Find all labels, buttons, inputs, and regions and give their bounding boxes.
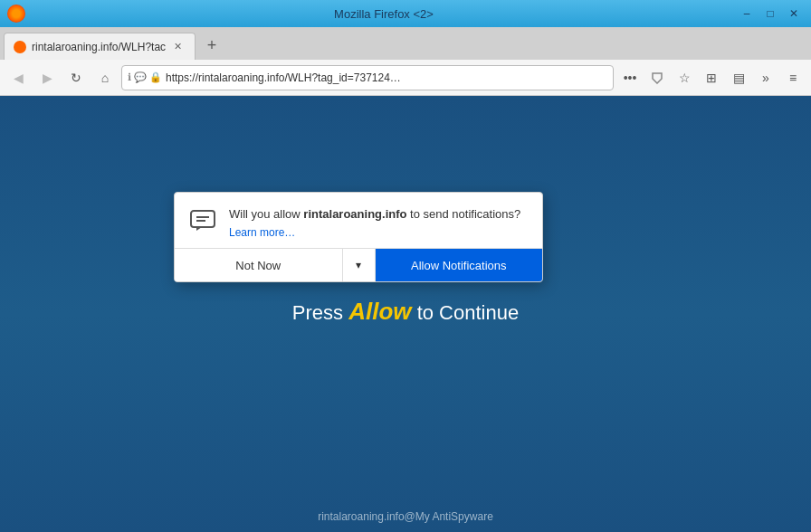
not-now-button[interactable]: Not Now <box>175 249 343 281</box>
refresh-button[interactable]: ↻ <box>63 65 89 90</box>
not-now-dropdown-button[interactable]: ▾ <box>343 249 376 281</box>
page-content: Will you allow rintalaroaning.info to se… <box>0 96 811 532</box>
popup-buttons: Not Now ▾ Allow Notifications <box>175 248 542 281</box>
page-footer: rintalaroaning.info@My AntiSpyware <box>318 510 493 523</box>
notification-chat-icon <box>189 207 218 236</box>
allow-word: Allow <box>348 298 411 325</box>
tabbar: rintalaroaning.info/WLH?tac ✕ + <box>0 27 811 60</box>
library-button[interactable]: ⊞ <box>699 65 724 90</box>
popup-message-suffix: to send notifications? <box>406 207 520 221</box>
home-button[interactable]: ⌂ <box>92 65 118 90</box>
tab-close-button[interactable]: ✕ <box>169 39 186 55</box>
popup-message-prefix: Will you allow <box>229 207 303 221</box>
new-tab-button[interactable]: + <box>199 33 224 58</box>
popup-text: Will you allow rintalaroaning.info to se… <box>229 205 528 239</box>
tab-favicon-icon <box>14 41 26 53</box>
minimize-button[interactable]: – <box>737 5 757 22</box>
forward-button[interactable]: ▶ <box>34 65 60 90</box>
titlebar-title: Mozilla Firefox <2> <box>31 7 737 21</box>
continue-label: to Continue <box>412 301 520 324</box>
address-icons: ℹ 💬 🔒 <box>128 71 162 83</box>
address-bar[interactable]: ℹ 💬 🔒 https://rintalaroaning.info/WLH?ta… <box>121 65 614 90</box>
learn-more-link[interactable]: Learn more… <box>229 226 528 239</box>
popup-message: Will you allow rintalaroaning.info to se… <box>229 207 520 221</box>
nav-right-buttons: ••• ☆ ⊞ ▤ » ≡ <box>617 65 806 90</box>
maximize-button[interactable]: □ <box>760 5 780 22</box>
press-allow-text: Press Allow to Continue <box>292 298 519 326</box>
menu-button[interactable]: ≡ <box>780 65 806 90</box>
more-button[interactable]: ••• <box>617 65 643 90</box>
secure-lock-icon: 🔒 <box>149 71 162 83</box>
titlebar-controls: – □ ✕ <box>737 5 804 22</box>
svg-rect-0 <box>191 211 215 227</box>
navbar: ◀ ▶ ↻ ⌂ ℹ 💬 🔒 https://rintalaroaning.inf… <box>0 60 811 96</box>
titlebar: Mozilla Firefox <2> – □ ✕ <box>0 0 811 27</box>
allow-notifications-button[interactable]: Allow Notifications <box>376 249 543 281</box>
popup-domain: rintalaroaning.info <box>303 207 406 221</box>
pocket-icon <box>651 71 663 84</box>
info-icon: ℹ <box>128 71 131 83</box>
active-tab[interactable]: rintalaroaning.info/WLH?tac ✕ <box>4 33 196 60</box>
notification-popup: Will you allow rintalaroaning.info to se… <box>174 192 543 282</box>
firefox-logo-icon <box>7 5 25 23</box>
sidebar-button[interactable]: ▤ <box>726 65 751 90</box>
press-label: Press <box>292 301 348 324</box>
chat-notify-icon: 💬 <box>134 71 147 83</box>
popup-body: Will you allow rintalaroaning.info to se… <box>175 193 542 248</box>
close-button[interactable]: ✕ <box>784 5 804 22</box>
tab-title: rintalaroaning.info/WLH?tac <box>32 41 166 53</box>
bookmark-button[interactable]: ☆ <box>672 65 697 90</box>
address-text: https://rintalaroaning.info/WLH?tag_id=7… <box>166 71 607 84</box>
expand-button[interactable]: » <box>753 65 778 90</box>
titlebar-left <box>7 5 31 23</box>
pocket-button[interactable] <box>644 65 670 90</box>
back-button[interactable]: ◀ <box>5 65 31 90</box>
